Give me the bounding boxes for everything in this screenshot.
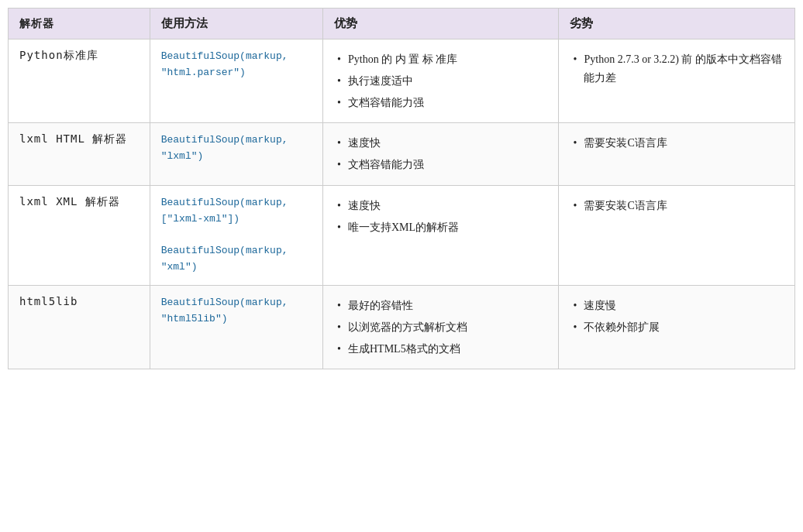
- parser-name-text: lxml HTML 解析器: [19, 132, 127, 145]
- list-item: 最好的容错性: [334, 295, 548, 317]
- table-row: lxml HTML 解析器BeautifulSoup(markup, "lxml…: [9, 123, 795, 186]
- parser-name-text: lxml XML 解析器: [19, 195, 120, 208]
- page-wrapper: 解析器 使用方法 优势 劣势 Python标准库BeautifulSoup(ma…: [0, 0, 803, 532]
- cell-parser-name: lxml XML 解析器: [9, 185, 150, 285]
- list-item: Python 的 内 置 标 准库: [334, 49, 548, 70]
- table-row: lxml XML 解析器BeautifulSoup(markup, ["lxml…: [9, 185, 795, 285]
- list-item: Python 2.7.3 or 3.2.2) 前 的版本中文档容错能力差: [570, 49, 784, 89]
- header-cons: 劣势: [559, 9, 795, 39]
- list-item: 速度快: [334, 132, 548, 154]
- cell-usage: BeautifulSoup(markup, "html5lib"): [150, 285, 322, 369]
- cell-parser-name: html5lib: [9, 285, 150, 369]
- list-item: 需要安装C语言库: [570, 195, 784, 217]
- cell-parser-name: lxml HTML 解析器: [9, 123, 150, 186]
- cell-pros: Python 的 内 置 标 准库执行速度适中文档容错能力强: [322, 39, 559, 123]
- cell-usage: BeautifulSoup(markup, "html.parser"): [150, 39, 322, 123]
- table-row: Python标准库BeautifulSoup(markup, "html.par…: [9, 39, 795, 123]
- list-item: 不依赖外部扩展: [570, 317, 784, 338]
- cell-pros: 速度快唯一支持XML的解析器: [322, 185, 559, 285]
- cell-cons: Python 2.7.3 or 3.2.2) 前 的版本中文档容错能力差: [559, 39, 795, 123]
- cell-pros: 速度快文档容错能力强: [322, 123, 559, 186]
- list-item: 速度慢: [570, 295, 784, 317]
- cell-pros: 最好的容错性以浏览器的方式解析文档生成HTML5格式的文档: [322, 285, 559, 369]
- usage-code: BeautifulSoup(markup, "html.parser"): [161, 50, 288, 78]
- header-usage: 使用方法: [150, 9, 322, 39]
- cell-cons: 需要安装C语言库: [559, 123, 795, 186]
- usage-code: BeautifulSoup(markup, "html5lib"): [161, 297, 288, 324]
- list-item: 速度快: [334, 195, 548, 217]
- list-item: 执行速度适中: [334, 70, 548, 92]
- cell-cons: 需要安装C语言库: [559, 185, 795, 285]
- list-item: 唯一支持XML的解析器: [334, 217, 548, 239]
- usage-code: BeautifulSoup(markup, "lxml"): [161, 134, 288, 162]
- list-item: 文档容错能力强: [334, 92, 548, 114]
- header-parser: 解析器: [9, 9, 150, 39]
- header-pros: 优势: [322, 9, 559, 39]
- list-item: 文档容错能力强: [334, 154, 548, 176]
- cell-cons: 速度慢不依赖外部扩展: [559, 285, 795, 369]
- cell-usage: BeautifulSoup(markup, ["lxml-xml"]) Beau…: [150, 185, 322, 285]
- usage-code: BeautifulSoup(markup, ["lxml-xml"]) Beau…: [161, 197, 288, 273]
- list-item: 生成HTML5格式的文档: [334, 338, 548, 360]
- table-header-row: 解析器 使用方法 优势 劣势: [9, 9, 795, 39]
- cell-usage: BeautifulSoup(markup, "lxml"): [150, 123, 322, 186]
- parsers-table: 解析器 使用方法 优势 劣势 Python标准库BeautifulSoup(ma…: [8, 8, 795, 369]
- parser-name-text: html5lib: [19, 295, 78, 307]
- parser-name-text: Python标准库: [19, 49, 98, 61]
- table-row: html5libBeautifulSoup(markup, "html5lib"…: [9, 285, 795, 369]
- list-item: 以浏览器的方式解析文档: [334, 317, 548, 338]
- list-item: 需要安装C语言库: [570, 132, 784, 154]
- cell-parser-name: Python标准库: [9, 39, 150, 123]
